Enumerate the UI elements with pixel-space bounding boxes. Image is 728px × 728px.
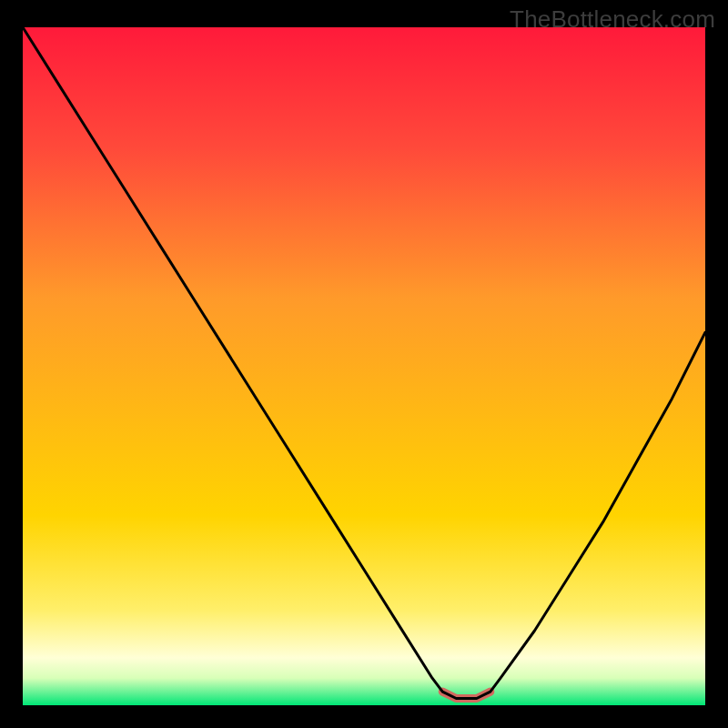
plot-area	[23, 27, 705, 705]
plot-background	[23, 27, 705, 705]
chart-frame: TheBottleneck.com	[0, 0, 728, 728]
bottleneck-chart	[23, 27, 705, 705]
watermark-text: TheBottleneck.com	[510, 5, 715, 34]
